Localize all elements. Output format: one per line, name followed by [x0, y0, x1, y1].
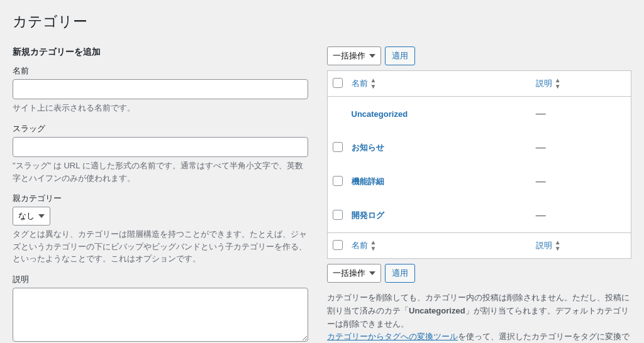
field-slug: スラッグ "スラッグ" は URL に適した形式の名前です。通常はすべて半角小文… — [13, 123, 308, 184]
select-parent[interactable]: なし — [13, 207, 50, 226]
row-checkbox[interactable] — [333, 142, 343, 152]
row-desc: — — [530, 131, 631, 165]
header-checkbox — [328, 71, 345, 97]
field-description: 説明 デフォルトではこの説明は目立つ使われ方はしませんが、テーマによっては表示さ… — [13, 274, 308, 343]
bulk-action-select-top[interactable]: 一括操作 — [327, 46, 381, 65]
desc-name: サイト上に表示される名前です。 — [13, 102, 308, 114]
table-row: Uncategorized— — [328, 97, 631, 131]
sort-icon: ▲▼ — [555, 77, 561, 90]
label-slug: スラッグ — [13, 123, 308, 134]
desc-parent: タグとは異なり、カテゴリーは階層構造を持つことができます。たとえば、ジャズという… — [13, 228, 308, 265]
label-description: 説明 — [13, 274, 308, 285]
select-all-bottom[interactable] — [333, 240, 343, 250]
textarea-description[interactable] — [13, 288, 308, 342]
sort-icon: ▲▼ — [370, 239, 377, 252]
desc-slug: "スラッグ" は URL に適した形式の名前です。通常はすべて半角小文字で、英数… — [13, 160, 308, 184]
page-title: カテゴリー — [13, 6, 631, 34]
form-heading: 新規カテゴリーを追加 — [13, 46, 308, 58]
row-desc: — — [530, 199, 631, 233]
footer-desc[interactable]: 説明▲▼ — [530, 233, 631, 259]
tablenav-bottom: 一括操作 適用 — [327, 264, 631, 283]
row-name-link[interactable]: Uncategorized — [352, 109, 408, 119]
header-desc[interactable]: 説明▲▼ — [530, 71, 631, 97]
category-table: 名前▲▼ 説明▲▼ Uncategorized—お知らせ—機能詳細—開発ログ— — [327, 70, 631, 259]
sort-icon: ▲▼ — [555, 239, 561, 252]
input-name[interactable] — [13, 79, 308, 99]
row-checkbox[interactable] — [333, 210, 343, 220]
bulk-apply-bottom[interactable]: 適用 — [385, 264, 415, 283]
bulk-apply-top[interactable]: 適用 — [385, 46, 415, 65]
convert-link[interactable]: カテゴリーからタグへの変換ツール — [327, 332, 458, 341]
table-row: 機能詳細— — [328, 165, 631, 199]
select-all-top[interactable] — [333, 78, 343, 88]
field-parent: 親カテゴリー なし タグとは異なり、カテゴリーは階層構造を持つことができます。た… — [13, 193, 308, 265]
field-name: 名前 サイト上に表示される名前です。 — [13, 65, 308, 114]
row-name-link[interactable]: 開発ログ — [352, 210, 384, 220]
footer-checkbox — [328, 233, 345, 259]
category-list-panel: 一括操作 適用 名前▲▼ 説明▲▼ — [327, 46, 631, 343]
footer-name[interactable]: 名前▲▼ — [345, 233, 530, 259]
row-name-link[interactable]: 機能詳細 — [352, 177, 384, 186]
label-parent: 親カテゴリー — [13, 193, 308, 204]
input-slug[interactable] — [13, 137, 308, 157]
row-name-link[interactable]: お知らせ — [352, 143, 384, 152]
row-desc: — — [530, 97, 631, 131]
row-checkbox[interactable] — [333, 176, 343, 186]
header-name[interactable]: 名前▲▼ — [345, 71, 530, 97]
row-desc: — — [530, 165, 631, 199]
sort-icon: ▲▼ — [370, 77, 377, 90]
bulk-action-select-bottom[interactable]: 一括操作 — [327, 264, 381, 283]
add-category-form: 新規カテゴリーを追加 名前 サイト上に表示される名前です。 スラッグ "スラッグ… — [13, 46, 308, 343]
tablenav-top: 一括操作 適用 — [327, 46, 631, 65]
term-notes: カテゴリーを削除しても、カテゴリー内の投稿は削除されません。ただし、投稿に割り当… — [327, 291, 631, 343]
table-row: 開発ログ— — [328, 199, 631, 233]
table-row: お知らせ— — [328, 131, 631, 165]
label-name: 名前 — [13, 65, 308, 77]
